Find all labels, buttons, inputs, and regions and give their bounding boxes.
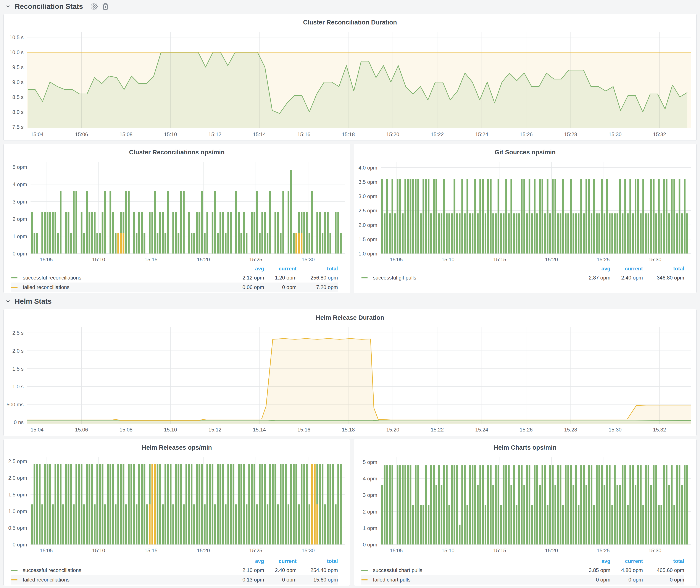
svg-text:1 opm: 1 opm [363,525,377,531]
svg-text:1.5 opm: 1.5 opm [8,492,27,498]
panel-helm-release-duration: Helm Release Duration 15:0415:0615:0815:… [3,309,697,436]
panel-cluster-reconciliations-opm: Cluster Reconciliations ops/min 15:0515:… [3,144,350,293]
svg-text:15:05: 15:05 [40,257,53,262]
series-color-dash [11,277,18,278]
legend: avgcurrenttotalsuccessful chart pulls3.8… [354,557,696,585]
legend-value: 0.13 opm [232,577,264,583]
legend-header: avgcurrenttotal [361,557,684,565]
panel-title[interactable]: Helm Release Duration [4,309,696,323]
legend-col-current[interactable]: current [610,558,643,564]
svg-text:15:26: 15:26 [520,131,533,137]
panel-title[interactable]: Cluster Reconciliations ops/min [4,144,350,158]
legend-col-total[interactable]: total [643,558,684,564]
trash-icon[interactable] [102,3,109,10]
svg-text:15:10: 15:10 [92,548,105,553]
svg-text:0 opm: 0 opm [13,542,27,548]
legend-col-avg[interactable]: avg [578,266,610,272]
legend-series-label[interactable]: successful git pulls [361,275,578,281]
legend-series-label[interactable]: successful reconciliations [11,275,232,281]
git-sources-chart[interactable]: 15:0515:1015:1515:2015:2515:304.0 opm3.5… [355,160,695,263]
svg-text:10.5 s: 10.5 s [10,34,24,40]
legend-series-label[interactable]: successful reconciliations [11,567,232,573]
svg-text:15:32: 15:32 [653,131,666,137]
panel-title[interactable]: Helm Charts ops/min [354,439,696,453]
legend-header: avgcurrenttotal [11,264,338,273]
legend-value: 2.10 opm [232,567,264,573]
svg-text:9.5 s: 9.5 s [12,64,24,70]
svg-text:15:10: 15:10 [92,257,105,262]
helm-releases-chart[interactable]: 15:0515:1015:1515:2015:2515:302.5 opm2.0… [5,455,349,554]
legend-col-current[interactable]: current [610,266,643,272]
svg-text:15:22: 15:22 [431,427,444,433]
legend-value: 2.40 opm [264,567,297,573]
section-header-helm-stats[interactable]: Helm Stats [5,296,52,307]
series-color-dash [11,579,18,580]
legend-value: 2.40 opm [610,275,643,281]
panel-title[interactable]: Git Sources ops/min [354,144,696,158]
svg-text:15:30: 15:30 [302,548,315,553]
legend-value: 2.12 opm [232,275,264,281]
svg-text:1.0 opm: 1.0 opm [8,508,27,514]
legend-value: 0 opm [643,577,684,583]
svg-text:1.5 s: 1.5 s [12,366,24,372]
section-title[interactable]: Helm Stats [15,297,52,305]
svg-text:15:16: 15:16 [297,131,310,137]
cluster-reconciliations-chart[interactable]: 15:0515:1015:1515:2015:2515:305 opm4 opm… [5,160,349,263]
svg-text:4 opm: 4 opm [363,476,377,481]
svg-text:15:18: 15:18 [342,131,355,137]
section-title[interactable]: Reconciliation Stats [15,2,83,11]
legend-col-current[interactable]: current [264,266,297,272]
svg-text:3.0 opm: 3.0 opm [358,193,377,199]
svg-text:500 ms: 500 ms [6,402,24,407]
legend-series-label[interactable]: failed chart pulls [361,577,578,583]
legend-col-avg[interactable]: avg [232,266,264,272]
svg-text:3.5 opm: 3.5 opm [358,179,377,185]
svg-text:15:10: 15:10 [164,427,177,433]
panel-helm-releases-opm: Helm Releases ops/min 15:0515:1015:1515:… [3,439,350,586]
panel-title[interactable]: Helm Releases ops/min [4,439,350,453]
section-header-reconciliation-stats[interactable]: Reconciliation Stats [5,1,109,12]
svg-text:15:12: 15:12 [208,131,221,137]
svg-text:4.0 opm: 4.0 opm [358,165,377,171]
svg-text:1 opm: 1 opm [13,233,27,239]
legend-col-total[interactable]: total [643,266,684,272]
gear-icon[interactable] [91,3,98,10]
svg-text:1.5 opm: 1.5 opm [358,236,377,242]
svg-text:15:28: 15:28 [564,131,577,137]
svg-text:15:05: 15:05 [390,548,403,553]
svg-text:15:04: 15:04 [31,131,44,137]
legend-col-avg[interactable]: avg [578,558,610,564]
chevron-down-icon[interactable] [5,299,11,304]
svg-text:15:30: 15:30 [648,257,661,262]
svg-text:2.0 opm: 2.0 opm [358,222,377,228]
svg-text:15:25: 15:25 [249,548,262,553]
svg-text:2 opm: 2 opm [363,509,377,515]
svg-text:15:10: 15:10 [442,257,455,262]
legend: avgcurrenttotalsuccessful reconciliation… [4,264,350,292]
chevron-down-icon[interactable] [5,4,11,9]
svg-text:15:06: 15:06 [75,131,88,137]
legend-value: 1.20 opm [264,275,297,281]
legend-col-total[interactable]: total [297,558,338,564]
series-color-dash [11,287,18,288]
legend-series-label[interactable]: failed reconciliations [11,577,232,583]
legend-row: failed chart pulls0 opm0 opm0 opm [361,575,684,585]
helm-charts-chart[interactable]: 15:0515:1015:1515:2015:2515:305 opm4 opm… [355,455,695,554]
legend-value: 4.80 opm [610,567,643,573]
legend-col-avg[interactable]: avg [232,558,264,564]
series-color-dash [11,570,18,571]
svg-text:15:24: 15:24 [475,427,488,433]
legend-col-current[interactable]: current [264,558,297,564]
legend-series-label[interactable]: failed reconciliations [11,284,232,290]
cluster-reconciliation-duration-chart[interactable]: 15:0415:0615:0815:1015:1215:1415:1615:18… [5,30,695,138]
helm-release-duration-chart[interactable]: 15:0415:0615:0815:1015:1215:1415:1615:18… [5,325,695,434]
legend-row: failed reconciliations0.06 opm0 opm7.20 … [11,283,338,292]
panel-git-sources-opm: Git Sources ops/min 15:0515:1015:1515:20… [354,144,697,293]
svg-text:7.5 s: 7.5 s [12,124,24,130]
svg-text:8.5 s: 8.5 s [12,94,24,100]
legend-col-total[interactable]: total [297,266,338,272]
legend-series-label[interactable]: successful chart pulls [361,567,578,573]
panel-title[interactable]: Cluster Reconciliation Duration [4,14,696,28]
svg-text:15:32: 15:32 [653,427,666,433]
panel-cluster-reconciliation-duration: Cluster Reconciliation Duration 15:0415:… [3,14,697,141]
